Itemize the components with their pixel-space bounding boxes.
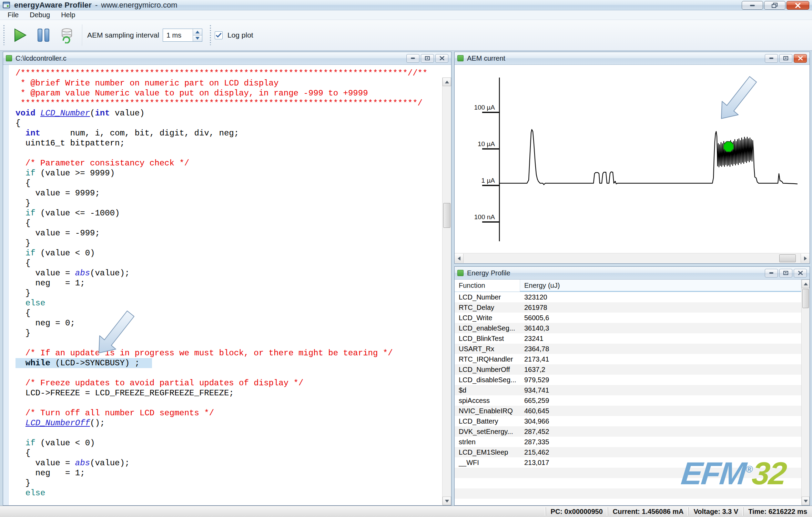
status-bar: PC: 0x00000950Current: 1.456086 mAVoltag… (0, 506, 812, 517)
document-icon (6, 55, 12, 61)
energy-close-button[interactable] (794, 269, 807, 277)
table-row[interactable]: LCD_BlinkTest23241 (455, 333, 801, 344)
cell-function: LCD_disableSeg... (455, 376, 520, 384)
scroll-up-button[interactable] (443, 78, 451, 86)
code-line (16, 428, 442, 438)
code-close-button[interactable] (435, 54, 448, 63)
app-icon (3, 2, 10, 8)
code-editor[interactable]: /***************************************… (3, 65, 451, 505)
scroll-right-button[interactable] (801, 254, 810, 263)
code-restore-button[interactable] (421, 54, 434, 63)
code-line: /* If an update is in progress we must b… (16, 348, 442, 358)
cell-function: LCD_EM1Sleep (455, 448, 520, 456)
code-line: /* Freeze updates to avoid partial updat… (16, 378, 442, 388)
log-plot-checkbox[interactable] (215, 31, 223, 39)
close-icon (795, 3, 801, 8)
scroll-down-button[interactable] (802, 497, 810, 505)
reset-button[interactable] (57, 26, 77, 45)
aem-window-titlebar[interactable]: AEM current (455, 52, 810, 65)
scrollbar-thumb[interactable] (443, 203, 450, 228)
aem-close-button[interactable] (794, 54, 807, 63)
energy-window-titlebar[interactable]: Energy Profile (455, 267, 810, 280)
code-scrollbar[interactable] (442, 78, 451, 505)
cell-energy: 1637,2 (520, 366, 801, 374)
table-row[interactable]: USART_Rx2364,78 (455, 344, 801, 354)
cell-energy: 36140,3 (520, 324, 801, 332)
sampling-interval-spinner[interactable]: 1 ms (163, 29, 202, 42)
code-line: { (16, 118, 442, 128)
cell-energy: 979,529 (520, 376, 801, 384)
cursor-marker[interactable] (723, 142, 734, 152)
code-line: } (16, 328, 442, 338)
table-row[interactable]: NVIC_EnableIRQ460,645 (455, 406, 801, 416)
restore-button[interactable] (764, 1, 785, 10)
aem-restore-button[interactable] (779, 54, 792, 63)
chevron-down-icon (445, 500, 449, 503)
aem-hscrollbar[interactable] (455, 253, 810, 263)
y-tick-label: 100 µA (474, 104, 495, 111)
code-line: neg = 0; (16, 318, 442, 328)
column-header-function[interactable]: Function (455, 280, 520, 292)
y-tick-label: 100 nA (474, 213, 495, 221)
table-row[interactable]: strlen287,335 (455, 437, 801, 447)
energy-window-title: Energy Profile (467, 269, 761, 277)
spinner-up-button[interactable] (193, 29, 202, 36)
minimize-button[interactable] (742, 1, 763, 10)
cell-function: LCD_BlinkTest (455, 335, 520, 343)
energy-restore-button[interactable] (779, 269, 792, 277)
table-row[interactable]: RTC_IRQHandler2173,41 (455, 354, 801, 364)
table-row[interactable]: spiAccess665,259 (455, 395, 801, 406)
y-tick-label: 1 µA (481, 177, 495, 184)
menu-item-debug[interactable]: Debug (24, 11, 55, 19)
table-row[interactable]: LCD_Number323120 (455, 292, 801, 302)
sampling-interval-value[interactable]: 1 ms (163, 29, 193, 41)
chevron-up-icon (445, 81, 449, 83)
cell-energy: 287,452 (520, 428, 801, 436)
code-line: uint16_t bitpattern; (16, 138, 442, 148)
code-line: ****************************************… (16, 98, 442, 108)
run-button[interactable] (10, 26, 30, 45)
close-button[interactable] (786, 1, 809, 10)
table-row[interactable]: LCD_disableSeg...979,529 (455, 375, 801, 385)
scroll-up-button[interactable] (802, 280, 810, 288)
menu-item-file[interactable]: File (2, 11, 24, 19)
aem-plot[interactable]: 100 µA10 µA1 µA100 nA (455, 65, 810, 253)
menu-item-help[interactable]: Help (55, 11, 81, 19)
energy-scrollbar[interactable] (801, 280, 810, 505)
toolbar-grip-2[interactable] (210, 25, 211, 45)
aem-minimize-button[interactable] (765, 54, 778, 63)
scroll-down-button[interactable] (443, 497, 451, 505)
table-row[interactable]: RTC_Delay261978 (455, 302, 801, 313)
column-header-energy[interactable]: Energy (uJ) (520, 280, 801, 292)
toolbar-separator (82, 24, 82, 46)
scrollbar-thumb[interactable] (802, 289, 809, 308)
table-row[interactable]: DVK_setEnergy...287,452 (455, 426, 801, 437)
cell-energy: 261978 (520, 304, 801, 312)
table-row[interactable]: LCD_NumberOff1637,2 (455, 364, 801, 375)
table-row[interactable]: LCD_Write56005,6 (455, 313, 801, 323)
current-waveform (499, 130, 798, 185)
pause-button[interactable] (34, 26, 53, 45)
current-chart: 100 µA10 µA1 µA100 nA (455, 65, 810, 253)
code-line: { (16, 178, 442, 188)
spinner-down-button[interactable] (193, 36, 202, 42)
cell-function: LCD_Number (455, 293, 520, 301)
table-header: Function Energy (uJ) (455, 280, 801, 292)
energy-minimize-button[interactable] (765, 269, 778, 277)
restore-icon (772, 3, 778, 8)
minimize-icon (769, 58, 773, 59)
code-line (16, 368, 442, 378)
code-window-titlebar[interactable]: C:\lcdcontroller.c (3, 52, 451, 65)
cell-function: LCD_NumberOff (455, 366, 520, 374)
code-line: LCD->FREEZE = LCD_FREEZE_REGFREEZE_FREEZ… (16, 388, 442, 398)
cell-energy: 287,335 (520, 438, 801, 446)
scrollbar-thumb[interactable] (779, 254, 796, 262)
table-row[interactable]: LCD_Battery304,966 (455, 416, 801, 426)
table-row[interactable]: $d934,741 (455, 385, 801, 395)
cell-energy: 304,966 (520, 417, 801, 425)
code-minimize-button[interactable] (406, 54, 419, 63)
table-row[interactable]: LCD_enableSeg...36140,3 (455, 323, 801, 333)
toolbar-grip[interactable] (3, 25, 5, 45)
code-line: { (16, 258, 442, 268)
scroll-left-button[interactable] (455, 254, 464, 263)
